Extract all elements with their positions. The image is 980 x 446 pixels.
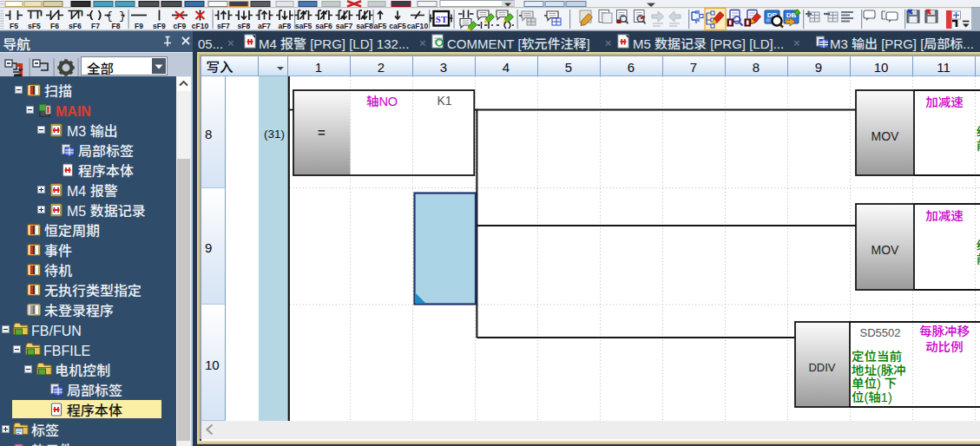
svg-text:aF5: aF5 — [374, 22, 387, 30]
svg-text:cF9: cF9 — [174, 22, 187, 30]
svg-text:saF6: saF6 — [315, 22, 332, 30]
svg-text:saF5: saF5 — [295, 22, 312, 30]
svg-text:F9: F9 — [135, 22, 143, 30]
svg-text:sF6: sF6 — [69, 22, 82, 30]
svg-text:caF10: caF10 — [407, 22, 429, 30]
svg-text:aF8: aF8 — [279, 22, 292, 30]
svg-text:F7: F7 — [91, 22, 100, 30]
svg-text:sF7: sF7 — [217, 22, 230, 30]
svg-text:sF8: sF8 — [238, 22, 251, 30]
svg-text:sF5: sF5 — [28, 22, 41, 30]
svg-text:aF7: aF7 — [258, 22, 271, 30]
svg-text:ST: ST — [436, 14, 448, 24]
svg-text:F8: F8 — [111, 22, 120, 30]
svg-text:saF8: saF8 — [356, 22, 373, 30]
svg-text:saF7: saF7 — [336, 22, 353, 30]
svg-text:cF10: cF10 — [192, 22, 209, 30]
svg-text:F6: F6 — [50, 22, 59, 30]
svg-text:caF5: caF5 — [389, 22, 406, 30]
svg-text:sF9: sF9 — [153, 22, 166, 30]
svg-text:F5: F5 — [10, 22, 18, 30]
